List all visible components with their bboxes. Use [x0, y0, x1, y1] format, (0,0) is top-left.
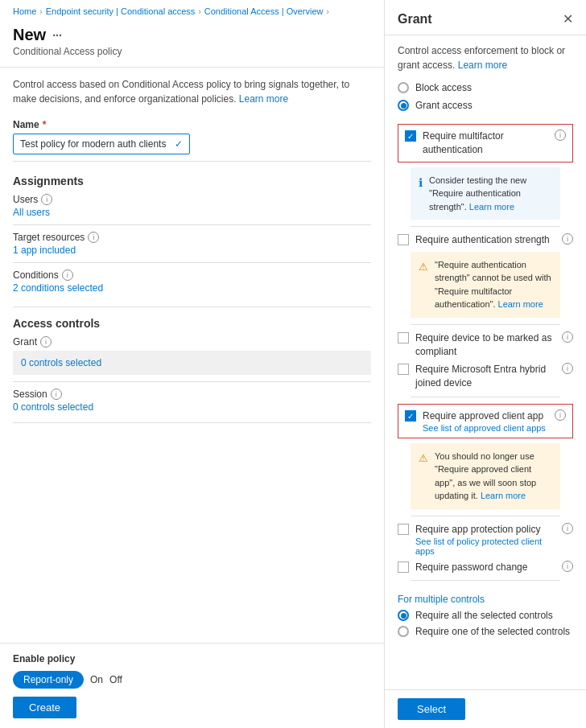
page-title: New — [13, 26, 46, 44]
grant-access-option[interactable]: Grant access — [398, 100, 573, 111]
password-change-info-icon[interactable]: i — [562, 561, 573, 572]
require-one-option[interactable]: Require one of the selected controls — [398, 626, 573, 637]
name-label: Name * — [13, 119, 371, 130]
app-protection-option: Require app protection policy See list o… — [398, 523, 573, 556]
assignments-header: Assignments — [13, 175, 371, 187]
password-change-checkbox[interactable] — [398, 561, 409, 573]
sep4 — [411, 516, 560, 516]
panel-learn-more-link[interactable]: Learn more — [458, 60, 507, 71]
breadcrumb-overview[interactable]: Conditional Access | Overview — [204, 6, 324, 16]
auth-strength-warn-box: ⚠ "Require authentication strength" cann… — [411, 252, 560, 318]
auth-strength-info-icon[interactable]: i — [562, 233, 573, 245]
panel-title: Grant — [398, 12, 432, 27]
mfa-info-icon[interactable]: i — [555, 130, 566, 141]
approved-app-option-container: ✓ Require approved client app See list o… — [398, 404, 573, 438]
users-label: Users i — [13, 194, 371, 205]
grant-access-radio[interactable] — [398, 100, 409, 111]
approved-app-label: Require approved client app — [423, 409, 548, 423]
grant-value: 0 controls selected — [21, 357, 363, 368]
report-only-toggle[interactable]: Report-only — [13, 671, 84, 689]
toggle-group: Report-only On Off — [13, 671, 371, 689]
close-button[interactable]: ✕ — [563, 11, 573, 27]
mfa-option-row: ✓ Require multifactor authentication i — [405, 130, 566, 157]
auth-strength-option: Require authentication strength i — [398, 233, 573, 247]
name-input[interactable]: Test policy for modern auth clients ✓ — [13, 134, 190, 154]
grant-info-icon[interactable]: i — [40, 336, 52, 348]
users-value[interactable]: All users — [13, 207, 371, 218]
require-all-option[interactable]: Require all the selected controls — [398, 610, 573, 621]
approved-app-warn-box: ⚠ You should no longer use "Require appr… — [411, 443, 560, 509]
password-change-label: Require password change — [415, 561, 555, 574]
required-marker: * — [43, 119, 47, 130]
mfa-label: Require multifactor authentication — [423, 130, 548, 157]
sep2 — [411, 324, 560, 325]
app-protection-sub-link[interactable]: See list of policy protected client apps — [415, 537, 555, 556]
sep1 — [411, 226, 560, 227]
require-one-radio[interactable] — [398, 626, 409, 637]
grant-box[interactable]: 0 controls selected — [13, 351, 371, 375]
require-one-label: Require one of the selected controls — [415, 626, 570, 637]
block-access-option[interactable]: Block access — [398, 82, 573, 93]
users-info-icon[interactable]: i — [41, 194, 52, 205]
breadcrumb-home[interactable]: Home — [13, 6, 36, 16]
access-controls-section: Access controls Grant i 0 controls selec… — [0, 307, 384, 416]
create-button[interactable]: Create — [13, 697, 76, 718]
bottom-area: Enable policy Report-only On Off Create — [0, 643, 384, 728]
approved-warn-icon: ⚠ — [419, 450, 428, 467]
compliant-option: Require device to be marked as compliant… — [398, 331, 573, 359]
access-type-radio-group: Block access Grant access — [385, 76, 586, 124]
for-multiple-title: For multiple controls — [398, 594, 573, 605]
target-info-icon[interactable]: i — [88, 232, 99, 243]
left-panel: Home › Endpoint security | Conditional a… — [0, 0, 385, 728]
mfa-checkbox[interactable]: ✓ — [405, 130, 416, 142]
auth-warn-learn-more-link[interactable]: Learn more — [498, 299, 543, 309]
hybrid-label: Require Microsoft Entra hybrid joined de… — [415, 363, 555, 390]
conditions-value[interactable]: 2 conditions selected — [13, 282, 371, 294]
approved-app-checkbox[interactable]: ✓ — [405, 410, 416, 422]
on-toggle[interactable]: On — [90, 674, 103, 685]
hybrid-option: Require Microsoft Entra hybrid joined de… — [398, 363, 573, 390]
conditions-subsection: Conditions i 2 conditions selected — [13, 269, 371, 294]
sep3 — [411, 397, 560, 397]
users-subsection: Users i All users — [13, 194, 371, 218]
approved-app-sub-link[interactable]: See list of approved client apps — [423, 423, 548, 433]
assignments-section: Assignments Users i All users Target res… — [0, 162, 384, 306]
enable-policy-label: Enable policy — [13, 653, 371, 664]
mfa-learn-more-link[interactable]: Learn more — [469, 202, 514, 212]
require-all-label: Require all the selected controls — [415, 610, 553, 621]
require-all-radio[interactable] — [398, 610, 409, 621]
target-value[interactable]: 1 app included — [13, 245, 371, 256]
compliant-info-icon[interactable]: i — [562, 331, 573, 343]
target-subsection: Target resources i 1 app included — [13, 232, 371, 256]
session-value[interactable]: 0 controls selected — [13, 401, 371, 413]
conditions-label: Conditions i — [13, 269, 371, 281]
conditions-info-icon[interactable]: i — [62, 269, 73, 281]
breadcrumb: Home › Endpoint security | Conditional a… — [0, 0, 384, 23]
grant-label: Grant i — [13, 336, 371, 348]
breadcrumb-endpoint[interactable]: Endpoint security | Conditional access — [46, 6, 196, 16]
warn-icon: ⚠ — [419, 259, 428, 275]
page-description: Control access based on Conditional Acce… — [0, 71, 384, 113]
off-toggle[interactable]: Off — [109, 674, 122, 685]
select-button[interactable]: Select — [398, 698, 465, 720]
app-protection-checkbox[interactable] — [398, 524, 409, 535]
options-list: ✓ Require multifactor authentication i ℹ… — [385, 124, 586, 587]
auth-strength-checkbox[interactable] — [398, 234, 409, 245]
hybrid-info-icon[interactable]: i — [562, 363, 573, 374]
session-info-icon[interactable]: i — [51, 389, 62, 400]
approved-warn-learn-more-link[interactable]: Learn more — [481, 491, 526, 500]
for-multiple-section: For multiple controls Require all the se… — [385, 587, 586, 648]
mfa-info-box: ℹ Consider testing the new "Require auth… — [411, 167, 560, 220]
approved-app-info-icon[interactable]: i — [555, 409, 566, 421]
page-title-area: New ··· Conditional Access policy — [0, 23, 384, 64]
right-panel: Grant ✕ Control access enforcement to bl… — [385, 0, 586, 728]
hybrid-checkbox[interactable] — [398, 364, 409, 375]
compliant-checkbox[interactable] — [398, 332, 409, 343]
compliant-label: Require device to be marked as compliant — [415, 331, 555, 359]
info-icon: ℹ — [419, 175, 423, 191]
page-subtitle: Conditional Access policy — [13, 46, 371, 57]
block-access-radio[interactable] — [398, 82, 409, 93]
app-protection-info-icon[interactable]: i — [562, 523, 573, 534]
more-options-icon[interactable]: ··· — [52, 29, 62, 42]
learn-more-link[interactable]: Learn more — [239, 93, 288, 105]
